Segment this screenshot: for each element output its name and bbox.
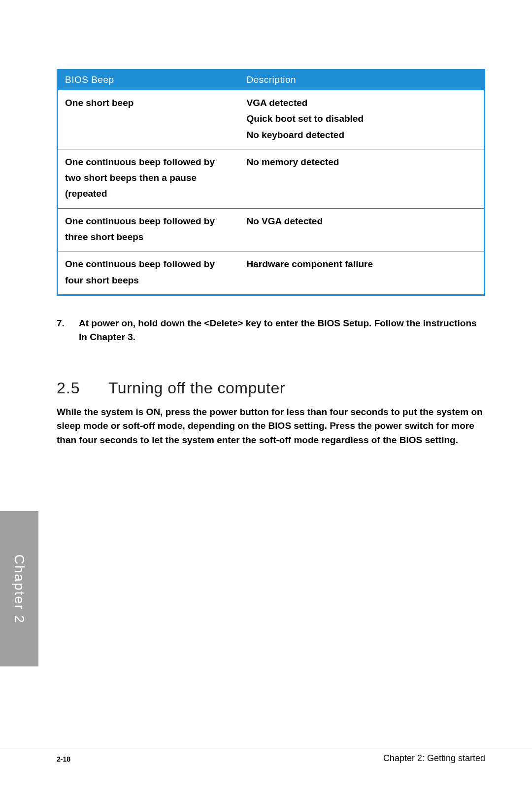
cell-desc: VGA detected Quick boot set to disabled … (240, 90, 485, 149)
cell-beep: One continuous beep followed by three sh… (58, 208, 240, 251)
table-row: One continuous beep followed by three sh… (58, 208, 485, 251)
section-heading: 2.5 Turning off the computer (57, 379, 485, 397)
cell-beep: One continuous beep followed by four sho… (58, 251, 240, 295)
bios-beep-table: BIOS Beep Description One short beep VGA… (57, 69, 485, 296)
table-header-description: Description (240, 70, 485, 91)
chapter-side-tab-label: Chapter 2 (11, 554, 27, 624)
cell-beep: One continuous beep followed by two shor… (58, 149, 240, 208)
page-footer: 2-18 Chapter 2: Getting started (0, 748, 532, 764)
step-number: 7. (57, 316, 79, 345)
numbered-step: 7. At power on, hold down the <Delete> k… (57, 316, 485, 345)
footer-chapter-title: Chapter 2: Getting started (383, 753, 485, 764)
step-text: At power on, hold down the <Delete> key … (79, 316, 485, 345)
table-row: One continuous beep followed by four sho… (58, 251, 485, 295)
section-title: Turning off the computer (108, 379, 285, 397)
chapter-side-tab: Chapter 2 (0, 511, 38, 666)
cell-desc: No VGA detected (240, 208, 485, 251)
table-header-bios-beep: BIOS Beep (58, 70, 240, 91)
page: BIOS Beep Description One short beep VGA… (0, 0, 532, 802)
section-body: While the system is ON, press the power … (57, 405, 485, 448)
table-header-row: BIOS Beep Description (58, 70, 485, 91)
cell-beep: One short beep (58, 90, 240, 149)
section-number: 2.5 (57, 379, 108, 397)
cell-desc: No memory detected (240, 149, 485, 208)
table-row: One continuous beep followed by two shor… (58, 149, 485, 208)
page-number: 2-18 (57, 753, 70, 764)
table-row: One short beep VGA detected Quick boot s… (58, 90, 485, 149)
cell-desc: Hardware component failure (240, 251, 485, 295)
